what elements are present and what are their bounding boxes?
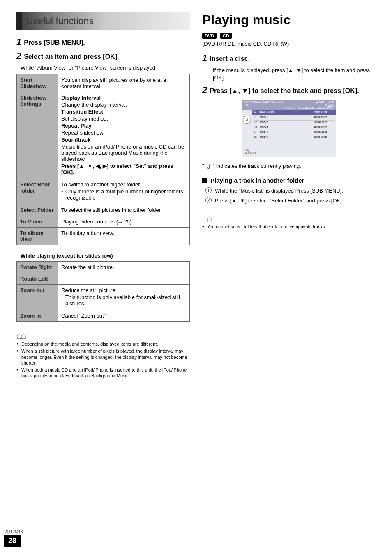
folder-step-1-text: While the "Music list" is displayed Pres… <box>215 187 343 195</box>
badges: DVD CD <box>202 32 376 39</box>
row-start-slideshow-label: Start Slideshow <box>17 74 58 92</box>
sg-col-name: Track Name <box>258 110 314 114</box>
row-select-folder-body: To select the still pictures in another … <box>58 204 190 216</box>
badge-cd: CD <box>220 33 232 39</box>
row-select-root-label: Select Root folder <box>17 179 58 204</box>
sg-top-left-2: CD <box>244 104 272 107</box>
sg-note-circle-icon <box>243 116 251 124</box>
note-1: Depending on the media and contents, dis… <box>16 341 190 347</box>
row-zoom-in-label: Zoom in <box>17 310 58 322</box>
sg-track-row: 04 Track4 3min11sec <box>253 130 335 135</box>
circled-1-icon: 1 <box>205 187 212 193</box>
sg-time-total: 4:30 <box>328 101 334 104</box>
row-zoom-out-label: Zoom out <box>17 285 58 310</box>
direct-navigator-screen: DIRECT NAVIGATOR CD Music list ▶ 0:09 4:… <box>242 100 336 157</box>
step-1: 1 Press [SUB MENU]. <box>16 37 190 47</box>
folder-step-2-text: Press [▲, ▼] to select "Select Folder" a… <box>215 197 343 204</box>
row-start-slideshow-body: You can display still pictures one by on… <box>58 74 190 92</box>
row-rotate-body: Rotate the still picture. <box>58 262 190 285</box>
options-table-2: Rotate Right Rotate the still picture. R… <box>16 261 190 322</box>
options-table-1: Start Slideshow You can display still pi… <box>16 74 190 245</box>
sub-folder-heading: Playing a track in another folder <box>202 177 376 184</box>
step-1-num: 1 <box>16 37 21 47</box>
sg-col-no: No <box>253 110 258 114</box>
ss-transition-text: Set display method. <box>61 116 186 122</box>
row-select-root-body: To switch to another higher folder Only … <box>58 179 190 204</box>
heading-playing-music: Playing music <box>202 12 376 28</box>
zoom-out-t1: Reduce the still picture <box>61 287 186 293</box>
row-zoom-in-body: Cancel "Zoom out" <box>58 310 190 322</box>
badge-dvd: DVD <box>202 33 217 39</box>
row-rotate-left-label: Rotate Left <box>17 273 58 285</box>
ss-soundtrack-text: Music files on an iPod/iPhone or a music… <box>61 144 186 162</box>
track-indicator-pre: " <box>202 163 205 169</box>
sg-footer-play: Play <box>244 149 249 151</box>
sg-summary: 5 Tracks / Total Play Time 20min03sec <box>285 107 334 110</box>
book-icon <box>16 334 26 339</box>
right-step-2: 2 Press [▲, ▼] to select the track and p… <box>202 85 376 95</box>
sg-col-time: Play Time <box>314 110 335 114</box>
note-2: When a still picture with large number o… <box>16 348 190 366</box>
notes-list-right: You cannot select folders that contain n… <box>202 224 376 230</box>
ss-transition-head: Transition Effect <box>61 109 186 115</box>
right-step-2-num: 2 <box>202 85 207 95</box>
right-note-1: You cannot select folders that contain n… <box>202 224 376 230</box>
step-2-text: Select an item and press [OK]. <box>24 53 119 60</box>
row-rotate-right-label: Rotate Right <box>17 262 58 273</box>
select-root-t2: Only if there is a multiple number of hi… <box>61 188 186 201</box>
ss-display-interval-head: Display Interval <box>61 95 186 101</box>
right-step-1: 1 Insert a disc. <box>202 53 376 63</box>
row-select-folder-label: Select Folder <box>17 204 58 216</box>
ss-repeat-text: Repeat slideshow. <box>61 130 186 136</box>
ss-repeat-head: Repeat Play <box>61 123 186 129</box>
note-3: When both a music CD and an iPod/iPhone … <box>16 367 190 379</box>
sub-note-view: While "Album View" or "Picture View" scr… <box>21 65 190 71</box>
circled-2-icon: 2 <box>205 197 212 203</box>
zoom-out-t2: This function is only available for smal… <box>61 294 186 307</box>
while-playing-heading: While playing (except for slideshow) <box>21 253 190 259</box>
right-step-1-text: Insert a disc. <box>210 55 250 63</box>
track-indicator-line: " " indicates the track currently playin… <box>202 163 376 170</box>
sg-top-mid: Music list <box>272 101 284 109</box>
sg-track-row: 01 Track1 4min30sec <box>253 116 335 121</box>
row-to-video-body: Playing video contents (⇨ 25) <box>58 216 190 228</box>
right-step-1-sub: If the menu is displayed, press [▲, ▼] t… <box>213 67 376 81</box>
sg-track-row: 02 Track2 3min41sec <box>253 121 335 125</box>
row-to-video-label: To Video <box>17 216 58 228</box>
square-bullet-icon <box>202 178 207 183</box>
select-root-t1: To switch to another higher folder <box>61 181 186 188</box>
step-2: 2 Select an item and press [OK]. <box>16 51 190 61</box>
track-indicator-post: " indicates the track currently playing. <box>213 163 301 169</box>
section-title-useful: Useful functions <box>16 12 190 30</box>
ss-display-interval-text: Change the display interval. <box>61 102 186 108</box>
row-to-album-label: To album view <box>17 228 58 245</box>
step-2-num: 2 <box>16 51 21 61</box>
folder-step-2: 2 Press [▲, ▼] to select "Select Folder"… <box>205 197 376 204</box>
notes-divider-right <box>202 213 376 213</box>
book-icon <box>202 217 212 222</box>
sg-top-left-1: DIRECT NAVIGATOR <box>244 101 272 104</box>
page-footer: VQT2M13 28 <box>4 529 23 547</box>
notes-list-left: Depending on the media and contents, dis… <box>16 341 190 379</box>
folder-step-1: 1 While the "Music list" is displayed Pr… <box>205 187 376 195</box>
sg-track-rows: 01 Track1 4min30sec 02 Track2 3min41sec … <box>252 115 336 148</box>
sg-track-row: 05 Track5 5min 2sec <box>253 135 335 140</box>
sg-play-icon: ▶ <box>316 101 318 104</box>
step-1-text: Press [SUB MENU]. <box>24 39 85 46</box>
row-slideshow-settings-label: Slideshow Settings <box>17 92 58 179</box>
footer-code: VQT2M13 <box>4 529 23 534</box>
row-to-album-body: To display album view. <box>58 228 190 245</box>
sg-now-playing: Track1 <box>285 104 334 107</box>
notes-divider-left <box>16 330 190 330</box>
ss-soundtrack-head: Soundtrack <box>61 137 186 143</box>
sg-footer-return: RETURN <box>244 151 256 154</box>
row-slideshow-settings-body: Display Interval Change the display inte… <box>58 92 190 179</box>
sg-time-cur: 0:09 <box>319 101 325 104</box>
media-sub-text: (DVD-R/R DL, music CD, CD-R/RW) <box>202 41 376 47</box>
music-note-icon <box>205 164 211 170</box>
right-step-2-text: Press [▲, ▼] to select the track and pre… <box>210 87 359 95</box>
sg-track-row: 03 Track3 4min30sec <box>253 125 335 130</box>
folder-steps-list: 1 While the "Music list" is displayed Pr… <box>205 187 376 204</box>
ss-press-set: Press [▲, ▼, ◀, ▶] to select "Set" and p… <box>61 163 186 175</box>
row-zoom-out-body: Reduce the still picture This function i… <box>58 285 190 310</box>
